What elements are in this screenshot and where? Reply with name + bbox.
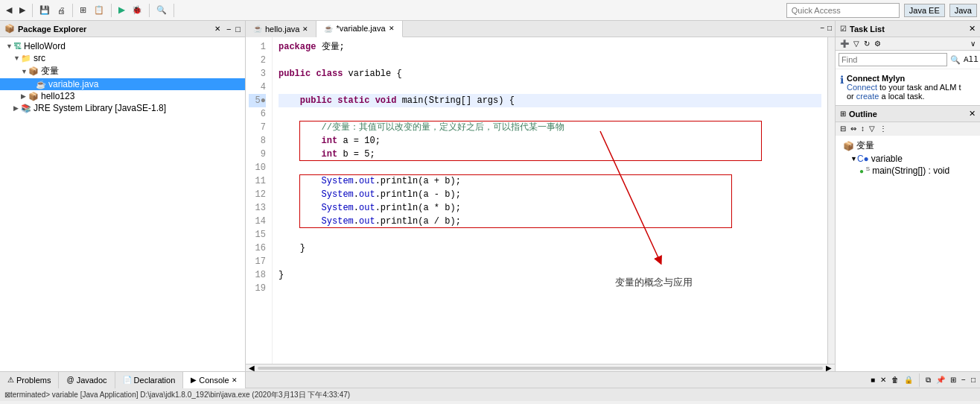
toolbar-back[interactable]: ◀ (3, 4, 15, 16)
editor-scrollbar-h[interactable]: ◀ ▶ (246, 364, 835, 371)
toolbar-debug[interactable]: 🐞 (129, 4, 145, 16)
package-explorer-close[interactable]: ✕ (214, 25, 220, 33)
code-line-7: //变量：其值可以改变的量，定义好之后，可以指代某一事物 (279, 121, 821, 134)
outline-tree: 📦 变量 ▼ C● variable ● S main(String[]) : … (836, 136, 980, 371)
bottom-min[interactable]: − (960, 375, 967, 385)
tree-arrow-helloword[interactable]: ▼ (6, 42, 13, 50)
outline-method-label: main(String[]) : void (872, 165, 949, 176)
toolbar-save[interactable]: 💾 (36, 4, 53, 16)
bottom-remove[interactable]: ✕ (879, 375, 888, 385)
create-link[interactable]: create (856, 92, 879, 101)
outline-item-package[interactable]: 📦 变量 (836, 139, 980, 153)
task-list-title: Task List (850, 25, 885, 34)
toolbar-search[interactable]: 🔍 (153, 4, 170, 16)
toolbar-paste[interactable]: 📋 (91, 4, 107, 16)
code-line-14: System.out.println(a / b); (279, 215, 821, 228)
find-search-btn[interactable]: 🔍 (950, 55, 961, 65)
connect-mylyn-content: Connect Mylyn Connect to your task and A… (847, 74, 961, 101)
toolbar-run[interactable]: ▶ (115, 4, 127, 16)
task-toolbar: ➕ ▽ ↻ ⚙ ∨ (836, 37, 980, 51)
bottom-open-console[interactable]: ⊞ (949, 375, 958, 385)
toolbar-forward[interactable]: ▶ (16, 4, 28, 16)
tab-hello-java-close[interactable]: ✕ (302, 25, 308, 33)
bottom-copy-stacks[interactable]: ⧉ (924, 375, 932, 385)
tree-item-bianl[interactable]: ▼ 📦 变量 (0, 64, 245, 78)
bottom-terminate[interactable]: ■ (869, 375, 876, 385)
tab-problems-icon: ⚠ (7, 376, 14, 384)
toolbar-copy[interactable]: ⊞ (77, 4, 89, 16)
code-line-4 (279, 81, 821, 94)
tab-variable-java-icon: ☕ (324, 25, 333, 33)
tree-item-hello123[interactable]: ▶ 📦 hello123 (0, 90, 245, 102)
editor-max-icon[interactable]: □ (827, 25, 832, 33)
tree-arrow-hello123[interactable]: ▶ (21, 92, 28, 100)
outline-sort[interactable]: ↕ (859, 124, 866, 133)
outline-filter[interactable]: ▽ (868, 124, 876, 133)
task-new[interactable]: ➕ (839, 39, 850, 48)
task-list-header: ☑ Task List ✕ (836, 21, 980, 37)
outline-link[interactable]: ⇔ (849, 124, 858, 133)
tree-arrow-jre[interactable]: ▶ (13, 104, 21, 112)
task-settings[interactable]: ⚙ (873, 39, 882, 48)
find-row: 🔍 All Activate... (836, 51, 980, 69)
tab-declaration[interactable]: 📄 Declaration (115, 372, 184, 388)
outline-close[interactable]: ✕ (969, 109, 976, 119)
tree-item-jre[interactable]: ▶ 📚 JRE System Library [JavaSE-1.8] (0, 102, 245, 114)
package-explorer-panel: 📦 Package Explorer ✕ − □ ▼ 🏗 HelloWord ▼… (0, 21, 246, 371)
code-editor[interactable]: 1 2 3 4 5● 6 7 8 9 10 11 12 13 14 15 16 … (246, 37, 835, 364)
tab-variable-java-label: *variable.java (336, 24, 385, 33)
quick-access-input[interactable] (786, 3, 900, 18)
editor-scrollbar-v[interactable] (827, 37, 835, 364)
bottom-max[interactable]: □ (970, 375, 977, 385)
tab-console[interactable]: ▶ Console ✕ (183, 372, 245, 388)
tab-problems[interactable]: ⚠ Problems (0, 372, 59, 388)
scroll-right-arrow[interactable]: ▶ (826, 364, 832, 372)
task-list-close[interactable]: ✕ (969, 24, 976, 34)
package-explorer-max[interactable]: □ (235, 25, 241, 34)
outline-item-main[interactable]: ● S main(String[]) : void (836, 165, 980, 177)
code-content[interactable]: package 变量; public class variable { publ… (273, 37, 827, 364)
perspective-java[interactable]: Java (949, 4, 977, 17)
outline-panel: ⊞ Outline ✕ ⊟ ⇔ ↕ ▽ ⋮ 📦 变量 (836, 105, 980, 371)
tree-label-jre: JRE System Library [JavaSE-1.8] (34, 103, 166, 113)
package-explorer-min[interactable]: − (226, 25, 231, 34)
outline-more[interactable]: ⋮ (878, 124, 888, 133)
editor-min-icon[interactable]: − (820, 25, 824, 33)
bottom-scroll-lock[interactable]: 🔒 (903, 375, 914, 385)
tree-item-helloword[interactable]: ▼ 🏗 HelloWord (0, 40, 245, 52)
outline-collapse[interactable]: ⊟ (839, 124, 847, 133)
task-sync[interactable]: ↻ (862, 39, 871, 48)
bottom-clear[interactable]: 🗑 (890, 375, 900, 385)
toolbar-print[interactable]: 🖨 (54, 4, 69, 16)
tab-console-close[interactable]: ✕ (232, 376, 238, 384)
tree-arrow-src[interactable]: ▼ (13, 54, 21, 62)
package-explorer-title: Package Explorer (18, 25, 86, 34)
main-layout: 📦 Package Explorer ✕ − □ ▼ 🏗 HelloWord ▼… (0, 21, 980, 371)
outline-item-class[interactable]: ▼ C● variable (836, 153, 980, 165)
tab-variable-java-close[interactable]: ✕ (389, 25, 395, 32)
tab-variable-java[interactable]: ☕ *variable.java ✕ (316, 21, 402, 37)
tree-item-variable[interactable]: ☕ variable.java (0, 78, 245, 90)
outline-class-arrow[interactable]: ▼ (850, 155, 857, 162)
perspective-javaee[interactable]: Java EE (904, 4, 945, 17)
tree-label-helloword: HelloWord (24, 41, 66, 51)
code-line-10 (279, 161, 821, 174)
package-explorer-header: 📦 Package Explorer ✕ − □ (0, 21, 245, 37)
tree-item-src[interactable]: ▼ 📁 src (0, 52, 245, 64)
task-filter[interactable]: ▽ (852, 39, 861, 48)
code-line-19 (279, 282, 821, 295)
scroll-left-arrow[interactable]: ◀ (249, 364, 255, 372)
task-down[interactable]: ∨ (969, 39, 977, 48)
connect-mylyn-title: Connect Mylyn (847, 74, 905, 83)
editor-tabs: ☕ hello.java ✕ ☕ *variable.java ✕ − □ (246, 21, 835, 37)
tab-javadoc[interactable]: @ Javadoc (59, 372, 115, 388)
tab-hello-java[interactable]: ☕ hello.java ✕ (246, 21, 316, 37)
tab-javadoc-label: Javadoc (77, 376, 107, 385)
create-desc: a local task. (879, 92, 924, 101)
outline-method-icon: ● S (859, 165, 870, 175)
tree-arrow-bianl[interactable]: ▼ (21, 68, 28, 75)
connect-link[interactable]: Connect (847, 83, 877, 92)
bottom-pin[interactable]: 📌 (935, 375, 946, 385)
find-input[interactable] (839, 53, 947, 66)
tab-hello-java-icon: ☕ (253, 25, 262, 33)
